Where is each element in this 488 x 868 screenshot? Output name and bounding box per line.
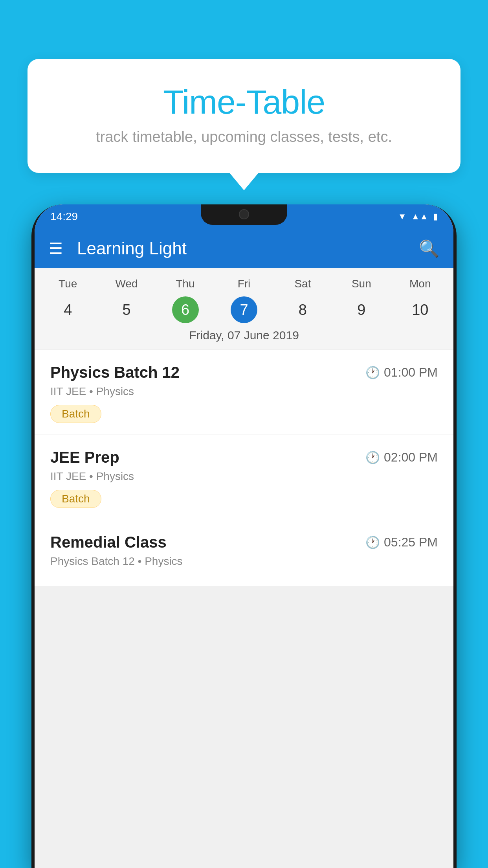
phone-frame: 14:29 ▼ ▲▲ ▮ ☰ Learning Light 🔍 Tue Wed … [31,204,457,868]
schedule-title-3: Remedial Class [50,533,167,551]
schedule-item-1[interactable]: Physics Batch 12 🕐 01:00 PM IIT JEE • Ph… [35,349,453,434]
selected-date-label: Friday, 07 June 2019 [35,325,453,349]
day-number-7[interactable]: 7 [215,295,273,325]
wifi-icon: ▼ [398,211,407,222]
day-numbers: 4 5 6 7 8 9 10 [35,295,453,325]
day-number-10[interactable]: 10 [391,295,449,325]
day-number-8[interactable]: 8 [273,295,332,325]
day-label-sat: Sat [273,274,332,293]
schedule-item-3[interactable]: Remedial Class 🕐 05:25 PM Physics Batch … [35,519,453,586]
app-bar-title: Learning Light [77,239,405,258]
day-number-6[interactable]: 6 [156,295,215,325]
hamburger-icon[interactable]: ☰ [49,241,63,256]
day-label-sun: Sun [332,274,391,293]
day-number-4[interactable]: 4 [39,295,97,325]
clock-icon-2: 🕐 [365,451,380,464]
schedule-time-1: 🕐 01:00 PM [365,365,438,380]
phone-notch [201,204,287,225]
speech-bubble-card: Time-Table track timetable, upcoming cla… [28,59,460,173]
search-icon[interactable]: 🔍 [419,239,439,258]
schedule-time-2: 🕐 02:00 PM [365,450,438,465]
clock-icon-3: 🕐 [365,535,380,549]
schedule-meta-3: Physics Batch 12 • Physics [50,555,438,568]
day-number-9[interactable]: 9 [332,295,391,325]
day-label-tue: Tue [39,274,97,293]
phone-screen: 14:29 ▼ ▲▲ ▮ ☰ Learning Light 🔍 Tue Wed … [35,204,453,868]
card-title: Time-Table [51,83,437,121]
status-time: 14:29 [50,210,78,223]
app-bar: ☰ Learning Light 🔍 [35,229,453,268]
batch-badge-1: Batch [50,405,101,423]
schedule-item-1-header: Physics Batch 12 🕐 01:00 PM [50,364,438,381]
schedule-title-1: Physics Batch 12 [50,364,180,381]
battery-icon: ▮ [433,211,438,222]
batch-badge-2: Batch [50,490,101,508]
day-label-wed: Wed [97,274,156,293]
day-label-mon: Mon [391,274,449,293]
schedule-container: Physics Batch 12 🕐 01:00 PM IIT JEE • Ph… [35,349,453,586]
clock-icon-1: 🕐 [365,366,380,379]
schedule-title-2: JEE Prep [50,449,119,466]
card-subtitle: track timetable, upcoming classes, tests… [51,129,437,145]
day-number-5[interactable]: 5 [97,295,156,325]
day-label-fri: Fri [215,274,273,293]
schedule-time-3: 🕐 05:25 PM [365,535,438,550]
schedule-item-3-header: Remedial Class 🕐 05:25 PM [50,533,438,551]
day-labels: Tue Wed Thu Fri Sat Sun Mon [35,274,453,293]
schedule-meta-1: IIT JEE • Physics [50,385,438,398]
day-label-thu: Thu [156,274,215,293]
schedule-item-2-header: JEE Prep 🕐 02:00 PM [50,449,438,466]
signal-icon: ▲▲ [411,211,428,222]
status-icons: ▼ ▲▲ ▮ [398,211,438,222]
schedule-meta-2: IIT JEE • Physics [50,470,438,483]
phone-camera [239,209,249,219]
calendar-strip: Tue Wed Thu Fri Sat Sun Mon 4 5 6 7 8 9 … [35,268,453,349]
schedule-item-2[interactable]: JEE Prep 🕐 02:00 PM IIT JEE • Physics Ba… [35,434,453,519]
